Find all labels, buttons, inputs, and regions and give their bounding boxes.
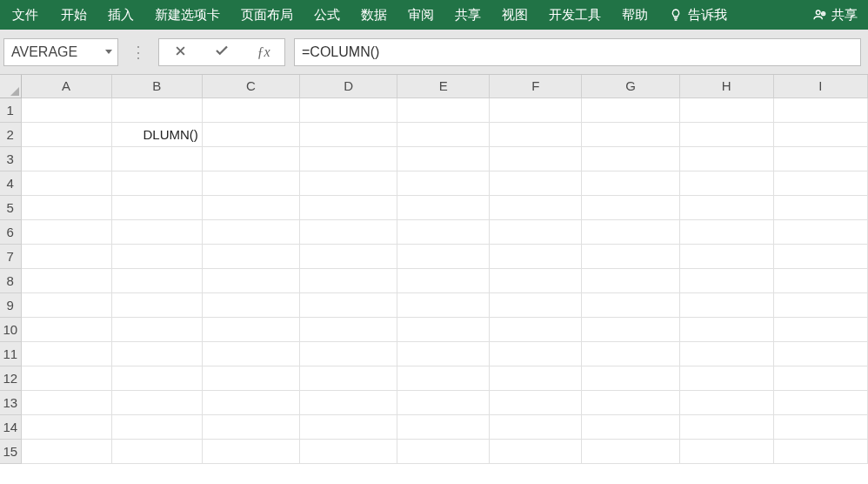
cell-F15[interactable] [490, 439, 582, 463]
cell-H5[interactable] [679, 195, 773, 219]
menu-file[interactable]: 文件 [3, 0, 50, 30]
cell-C12[interactable] [202, 366, 299, 390]
row-header-10[interactable]: 10 [0, 317, 21, 341]
menu-insert[interactable]: 插入 [97, 0, 144, 30]
cell-C4[interactable] [202, 171, 299, 195]
cell-G3[interactable] [582, 146, 679, 171]
col-header-D[interactable]: D [300, 75, 397, 97]
cell-F3[interactable] [490, 146, 582, 171]
cell-I5[interactable] [773, 195, 867, 219]
cell-B8[interactable] [111, 268, 202, 292]
cell-A11[interactable] [21, 341, 111, 366]
cell-I11[interactable] [773, 341, 867, 366]
cell-A6[interactable] [21, 219, 111, 244]
cell-I13[interactable] [773, 390, 867, 414]
col-header-F[interactable]: F [490, 75, 582, 97]
cell-B3[interactable] [111, 146, 202, 171]
cell-G5[interactable] [582, 195, 679, 219]
cell-G4[interactable] [582, 171, 679, 195]
cell-B1[interactable] [111, 97, 202, 122]
cell-D4[interactable] [300, 171, 397, 195]
cell-E13[interactable] [397, 390, 490, 414]
insert-function-button[interactable]: ƒx [243, 39, 284, 65]
cell-A1[interactable] [21, 97, 111, 122]
tell-me[interactable]: 告诉我 [658, 0, 738, 30]
cell-H12[interactable] [679, 366, 773, 390]
cell-B15[interactable] [111, 439, 202, 463]
cell-B12[interactable] [111, 366, 202, 390]
cell-H4[interactable] [679, 171, 773, 195]
cell-H8[interactable] [679, 268, 773, 292]
menu-pagelayout[interactable]: 页面布局 [230, 0, 304, 30]
cell-I3[interactable] [773, 146, 867, 171]
cell-E5[interactable] [397, 195, 490, 219]
menu-review[interactable]: 审阅 [397, 0, 444, 30]
cell-I15[interactable] [773, 439, 867, 463]
col-header-B[interactable]: B [111, 75, 202, 97]
cell-F12[interactable] [490, 366, 582, 390]
cell-D8[interactable] [300, 268, 397, 292]
cell-I1[interactable] [773, 97, 867, 122]
menu-data[interactable]: 数据 [351, 0, 397, 30]
col-header-G[interactable]: G [582, 75, 679, 97]
cell-E7[interactable] [397, 244, 490, 268]
cell-E8[interactable] [397, 268, 490, 292]
cell-D12[interactable] [300, 366, 397, 390]
row-header-15[interactable]: 15 [0, 439, 21, 463]
cell-C9[interactable] [202, 292, 299, 317]
cell-C1[interactable] [202, 97, 299, 122]
cell-B9[interactable] [111, 292, 202, 317]
cell-D7[interactable] [300, 244, 397, 268]
cell-E14[interactable] [397, 414, 490, 439]
cell-I2[interactable] [773, 122, 867, 146]
cell-A4[interactable] [21, 171, 111, 195]
cell-A9[interactable] [21, 292, 111, 317]
menu-newtab[interactable]: 新建选项卡 [144, 0, 230, 30]
col-header-E[interactable]: E [397, 75, 490, 97]
cell-C11[interactable] [202, 341, 299, 366]
menu-home[interactable]: 开始 [50, 0, 97, 30]
cell-G9[interactable] [582, 292, 679, 317]
cell-H10[interactable] [679, 317, 773, 341]
cell-B14[interactable] [111, 414, 202, 439]
col-header-C[interactable]: C [202, 75, 299, 97]
cell-B7[interactable] [111, 244, 202, 268]
cell-I8[interactable] [773, 268, 867, 292]
row-header-4[interactable]: 4 [0, 171, 21, 195]
cell-F7[interactable] [490, 244, 582, 268]
col-header-H[interactable]: H [679, 75, 773, 97]
cell-B2[interactable]: DLUMN() [111, 122, 202, 146]
cell-H2[interactable] [679, 122, 773, 146]
cell-B11[interactable] [111, 341, 202, 366]
cell-G6[interactable] [582, 219, 679, 244]
cell-C14[interactable] [202, 414, 299, 439]
cell-B4[interactable] [111, 171, 202, 195]
cancel-formula-button[interactable] [159, 39, 201, 65]
col-header-A[interactable]: A [21, 75, 111, 97]
cell-E11[interactable] [397, 341, 490, 366]
cell-C2[interactable] [202, 122, 299, 146]
row-header-14[interactable]: 14 [0, 414, 21, 439]
row-header-3[interactable]: 3 [0, 146, 21, 171]
cell-F4[interactable] [490, 171, 582, 195]
cell-A3[interactable] [21, 146, 111, 171]
menu-help[interactable]: 帮助 [611, 0, 658, 30]
cell-F8[interactable] [490, 268, 582, 292]
cell-E2[interactable] [397, 122, 490, 146]
cell-D10[interactable] [300, 317, 397, 341]
cell-A2[interactable] [21, 122, 111, 146]
cell-C6[interactable] [202, 219, 299, 244]
cell-E4[interactable] [397, 171, 490, 195]
cell-A15[interactable] [21, 439, 111, 463]
select-all-corner[interactable] [0, 75, 21, 97]
cell-B13[interactable] [111, 390, 202, 414]
row-header-2[interactable]: 2 [0, 122, 21, 146]
row-header-13[interactable]: 13 [0, 390, 21, 414]
cell-F10[interactable] [490, 317, 582, 341]
cell-E12[interactable] [397, 366, 490, 390]
cell-E6[interactable] [397, 219, 490, 244]
cell-G1[interactable] [582, 97, 679, 122]
row-header-9[interactable]: 9 [0, 292, 21, 317]
cell-A5[interactable] [21, 195, 111, 219]
cell-H7[interactable] [679, 244, 773, 268]
